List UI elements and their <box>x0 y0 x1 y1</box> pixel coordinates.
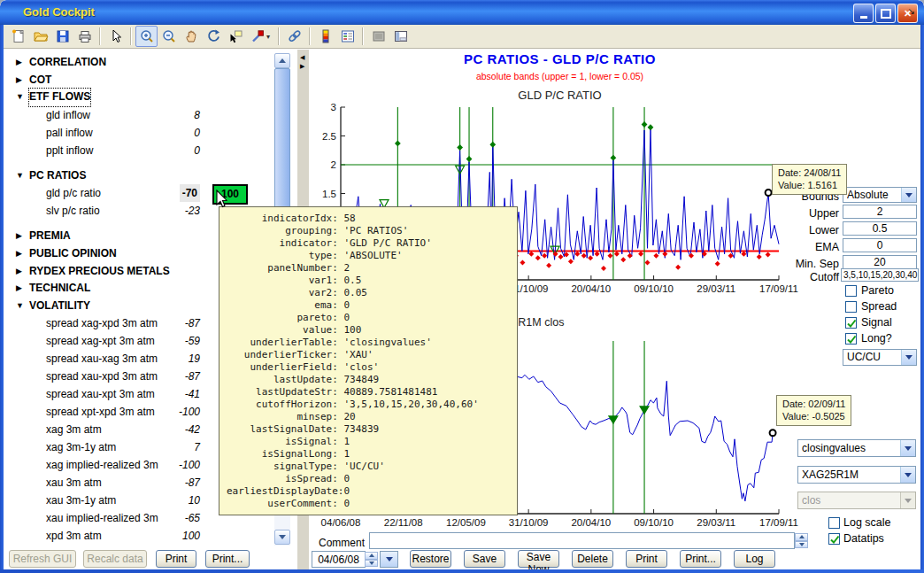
svg-text:29/03/11: 29/03/11 <box>697 283 735 294</box>
colorbar-icon[interactable] <box>314 26 336 47</box>
sidebar-item-pplt-inflow[interactable]: pplt inflow0 <box>4 142 274 159</box>
item-label[interactable]: xpd 3m atm <box>46 527 102 545</box>
item-label[interactable]: pall inflow <box>46 124 93 142</box>
save-icon[interactable] <box>51 26 73 47</box>
item-label[interactable]: xau implied-realized 3m <box>46 509 158 527</box>
group-label[interactable]: VOLATILITY <box>29 298 90 315</box>
item-label[interactable]: spread xpt-xpd 3m atm <box>46 403 155 421</box>
item-value: 100 <box>182 527 200 545</box>
item-value: -87 <box>185 474 200 492</box>
tooltip-line: indicatorIdx: 58 <box>227 213 510 225</box>
sidebar-item-gld-inflow[interactable]: gld inflow8 <box>4 106 274 124</box>
item-value: -65 <box>185 509 200 527</box>
toolbar-separator <box>278 27 280 45</box>
print-left-button[interactable]: Print <box>156 550 196 568</box>
tooltip-line: isSignal: 1 <box>227 436 510 448</box>
item-value: -41 <box>185 385 200 403</box>
item-value: 7 <box>194 438 200 456</box>
group-label[interactable]: PC RATIOS <box>29 167 86 185</box>
sidebar-group-correlation[interactable]: ▶CORRELATION <box>4 54 274 72</box>
item-label[interactable]: xag 3m-1y atm <box>46 438 116 456</box>
maximize-button[interactable] <box>875 4 896 23</box>
group-label[interactable]: RYDEX PRECIOUS METALS <box>29 263 170 281</box>
svg-text:29/03/11: 29/03/11 <box>697 517 735 528</box>
refresh-gui-button[interactable]: Refresh GUI <box>9 550 76 568</box>
item-label[interactable]: spread xau-xpt 3m atm <box>46 385 155 403</box>
svg-text:09/10/10: 09/10/10 <box>634 517 674 528</box>
brush-icon[interactable] <box>246 26 268 47</box>
sidebar-group-pc-ratios[interactable]: ▼PC RATIOS <box>4 167 274 185</box>
zoom-in-icon[interactable] <box>135 26 158 47</box>
collapse-arrow-icon[interactable]: ▼ <box>16 298 28 315</box>
svg-text:22/11/08: 22/11/08 <box>384 517 423 528</box>
toolbar-overflow-icon[interactable]: ↘ <box>908 6 915 16</box>
sidebar-item-gld-p-c-ratio[interactable]: gld p/c ratio-70100 <box>4 184 274 202</box>
link-plots-icon[interactable] <box>283 26 305 47</box>
window-border-left <box>0 25 4 573</box>
collapse-arrow-icon[interactable]: ▼ <box>16 167 28 185</box>
pan-icon[interactable] <box>180 26 202 47</box>
item-label[interactable]: xau 3m atm <box>46 474 102 492</box>
expand-arrow-icon[interactable]: ▶ <box>16 263 28 281</box>
open-file-icon[interactable] <box>29 26 51 47</box>
splitter-collapse-right-icon[interactable]: ▶ <box>300 62 304 70</box>
print-dialog-left-button[interactable]: Print... <box>205 550 250 568</box>
tooltip-line: isSpread: 0 <box>227 473 510 485</box>
datatip-bottom-chart[interactable]: Date: 02/09/11 Value: -0.5025 <box>776 395 851 426</box>
group-label[interactable]: ETF FLOWS <box>29 89 90 106</box>
item-value: -59 <box>185 332 200 350</box>
new-file-icon[interactable] <box>7 26 29 47</box>
item-label[interactable]: spread xag-xpt 3m atm <box>46 332 155 350</box>
datatip-top-chart[interactable]: Date: 24/08/11 Value: 1.5161 <box>772 164 847 195</box>
expand-arrow-icon[interactable]: ▶ <box>16 228 28 245</box>
item-label[interactable]: pplt inflow <box>46 142 93 159</box>
tooltip-line: underlierTable: 'closingvalues' <box>227 337 510 349</box>
item-label[interactable]: spread xag-xpd 3m atm <box>46 314 158 332</box>
group-label[interactable]: TECHNICAL <box>29 280 90 298</box>
item-value: -100 <box>179 403 200 421</box>
group-label[interactable]: PREMIA <box>29 228 71 245</box>
datatip-date: Date: 02/09/11 <box>782 399 845 411</box>
group-label[interactable]: CORRELATION <box>29 54 106 72</box>
rotate-3d-icon[interactable] <box>202 26 224 47</box>
scroll-up-button[interactable] <box>274 53 290 68</box>
minimize-button[interactable] <box>853 4 874 23</box>
legend-icon[interactable] <box>336 26 358 47</box>
item-label[interactable]: spread xau-xpd 3m atm <box>46 368 158 385</box>
sidebar-item-pall-inflow[interactable]: pall inflow0 <box>4 124 274 142</box>
item-label[interactable]: gld p/c ratio <box>46 184 101 202</box>
collapse-arrow-icon[interactable]: ▼ <box>16 89 28 106</box>
expand-arrow-icon[interactable]: ▶ <box>16 72 28 89</box>
item-label[interactable]: xag 3m atm <box>46 421 102 438</box>
item-label[interactable]: xag implied-realized 3m <box>46 456 158 474</box>
hide-plot-tools-icon[interactable] <box>367 26 389 47</box>
tooltip-line: type: 'ABSOLUTE' <box>227 250 510 262</box>
expand-arrow-icon[interactable]: ▶ <box>16 54 28 72</box>
scroll-down-button[interactable] <box>274 530 290 545</box>
item-label[interactable]: gld inflow <box>46 106 90 124</box>
sidebar-group-etf-flows[interactable]: ▼ETF FLOWS <box>4 89 274 106</box>
tooltip-line: userComment: 0 <box>227 498 510 510</box>
expand-arrow-icon[interactable]: ▶ <box>16 280 28 298</box>
data-cursor-icon[interactable] <box>224 26 246 47</box>
pointer-icon[interactable] <box>104 26 127 47</box>
group-label[interactable]: COT <box>29 72 51 89</box>
print-icon[interactable] <box>73 26 96 47</box>
sidebar-group-cot[interactable]: ▶COT <box>4 72 274 89</box>
group-label[interactable]: PUBLIC OPINION <box>29 245 117 263</box>
sidebar-item-xpd-3m-atm[interactable]: xpd 3m atm100 <box>4 527 274 545</box>
expand-arrow-icon[interactable]: ▶ <box>16 245 28 263</box>
item-label[interactable]: slv p/c ratio <box>46 202 100 220</box>
recalc-data-button[interactable]: Recalc data <box>83 550 147 568</box>
splitter-collapse-left-icon[interactable]: ◀ <box>300 53 304 61</box>
svg-text:31/10/09: 31/10/09 <box>509 517 549 528</box>
title-bar[interactable]: Gold Cockpit ✕ <box>0 0 924 25</box>
indicator-tooltip: indicatorIdx: 58grouping: 'PC RATIOS'ind… <box>219 206 518 515</box>
zoom-out-icon[interactable] <box>158 26 180 47</box>
brush-menu-caret-icon[interactable]: ▾ <box>266 33 274 41</box>
item-label[interactable]: spread xau-xag 3m atm <box>46 350 158 368</box>
toolbar-separator <box>130 27 132 45</box>
item-value: -23 <box>185 202 200 220</box>
show-plot-tools-icon[interactable] <box>389 26 412 47</box>
item-label[interactable]: xau 3m-1y atm <box>46 492 116 509</box>
